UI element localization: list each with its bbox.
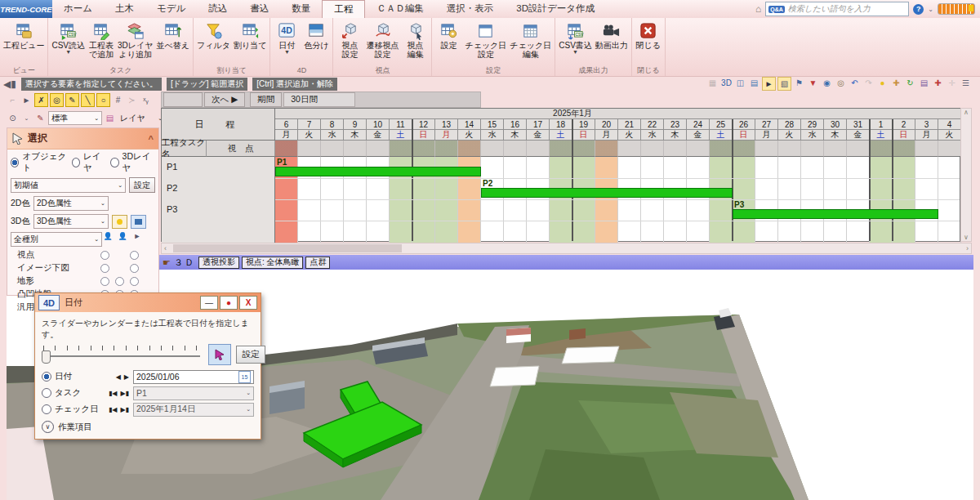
tab-読込[interactable]: 読込 xyxy=(197,0,238,18)
select-pen-icon[interactable]: ✎ xyxy=(65,93,79,107)
eyedropper-icon[interactable]: ✎ xyxy=(34,112,47,124)
dropdown-arrow-icon[interactable]: ▼ xyxy=(284,50,290,55)
ribbon-button-日付[interactable]: 4D日付▼ xyxy=(272,19,301,56)
toggle-dot[interactable] xyxy=(130,251,139,260)
clock-dropdown-icon[interactable]: ⌄ xyxy=(20,112,33,124)
view-badge-点群[interactable]: 点群 xyxy=(305,257,330,269)
lasso-select-icon[interactable]: ▧ xyxy=(777,77,791,91)
dropdown-arrow-icon[interactable]: ▼ xyxy=(572,50,578,55)
gantt-horizontal-scrollbar[interactable]: ‹ › xyxy=(161,243,972,254)
gantt-bar-P2[interactable] xyxy=(481,188,733,198)
toggle-dot[interactable] xyxy=(100,264,109,273)
undo-icon[interactable]: ↶ xyxy=(849,77,861,89)
grid-icon[interactable]: ▦ xyxy=(706,77,719,89)
style-preset-select[interactable]: 標準⌄ xyxy=(48,111,102,125)
selection-panel-header[interactable]: 選択 ^ xyxy=(7,128,158,150)
select-line-icon[interactable]: ╲ xyxy=(81,93,95,107)
tab-ＣＡＤ編集[interactable]: ＣＡＤ編集 xyxy=(365,0,435,18)
filter-icon[interactable]: ▼ xyxy=(807,77,819,89)
scroll-right-icon[interactable]: › xyxy=(966,243,969,253)
ribbon-button-設定[interactable]: 設定 xyxy=(434,19,463,51)
step-back-icon[interactable]: ⌐ xyxy=(7,94,19,106)
radio-レイヤ[interactable] xyxy=(72,158,80,167)
panel-list-item-視点[interactable]: 視点 xyxy=(7,248,158,261)
dropdown-arrow-icon[interactable]: ▼ xyxy=(65,50,71,55)
view-badge-透視投影[interactable]: 透視投影 xyxy=(198,257,239,269)
tab-書込[interactable]: 書込 xyxy=(238,0,280,18)
dialog-titlebar[interactable]: 4D 日付 — ● X xyxy=(35,293,261,312)
toggle-dot[interactable] xyxy=(100,251,109,260)
3d-view-bar[interactable]: ☛ ３Ｄ 透視投影視点: 全体鳥瞰点群 xyxy=(159,255,973,270)
speaker-icon[interactable]: ◀▮ xyxy=(3,78,16,90)
scroll-thumb[interactable] xyxy=(173,244,402,252)
app-logo-button[interactable]: TREND-CORE xyxy=(0,0,52,18)
slider-thumb[interactable] xyxy=(42,350,51,364)
layer-select[interactable]: レイヤ⌄ xyxy=(118,112,165,124)
color3d-select[interactable]: 3D色属性⌄ xyxy=(33,214,109,229)
zoom-icon[interactable]: ◎ xyxy=(835,77,847,89)
toggle-dot[interactable] xyxy=(130,277,139,286)
flag-icon[interactable]: ⚑ xyxy=(793,77,805,89)
task-radio[interactable] xyxy=(42,388,51,398)
ribbon-button-3Dレイヤより追加[interactable]: 3Dレイヤ より追加 xyxy=(116,19,155,60)
help-icon[interactable]: ? xyxy=(913,4,924,15)
refresh-icon[interactable]: ↻ xyxy=(904,77,916,89)
tab-数量[interactable]: 数量 xyxy=(280,0,322,18)
xy-icon[interactable]: ˣᵧ xyxy=(140,94,152,106)
ribbon-button-CSV書込[interactable]: CSVCSV書込▼ xyxy=(557,19,594,56)
task-nav[interactable]: ▮◀▶▮ xyxy=(108,390,130,397)
ribbon-button-並べ替え[interactable]: 並べ替え xyxy=(155,19,191,51)
list-icon[interactable]: ☰ xyxy=(960,77,972,89)
select-circle-icon[interactable]: ○ xyxy=(96,93,110,107)
record-icon[interactable]: ● xyxy=(220,296,238,310)
layers-icon[interactable]: ▤ xyxy=(918,77,930,89)
work-items-expander[interactable]: ∨ 作業項目 xyxy=(35,417,261,436)
ribbon-button-閉じる[interactable]: 閉じる xyxy=(634,19,663,51)
calendar-icon[interactable]: 15 xyxy=(238,371,251,383)
monitor-toggle-icon[interactable] xyxy=(131,215,146,229)
polyline-icon[interactable]: ≻ xyxy=(126,94,138,106)
ribbon-button-色分け[interactable]: 色分け xyxy=(301,19,331,51)
gantt-bar-P3[interactable] xyxy=(733,209,938,219)
date-slider[interactable] xyxy=(43,355,200,357)
select-x-icon[interactable]: ✗ xyxy=(34,93,48,107)
period-value[interactable]: 30日間 xyxy=(283,92,355,107)
ribbon-button-工程表で追加[interactable]: 工程表 で追加 xyxy=(87,19,116,60)
panel-list-item-イメージ下図[interactable]: イメージ下図 xyxy=(7,261,158,275)
view-badge-視点: 全体鳥瞰[interactable]: 視点: 全体鳥瞰 xyxy=(242,257,304,269)
tab-選択・表示[interactable]: 選択・表示 xyxy=(435,0,506,18)
grid-snap-icon[interactable]: # xyxy=(112,94,124,106)
gantt-bar-P1[interactable] xyxy=(275,167,481,176)
type-filter-select[interactable]: 全種別⌄ xyxy=(11,232,102,247)
gantt-chart[interactable]: 日 程 工程タスク名 視 点 2025年1月6月7火8水9木10金11土12日1… xyxy=(161,108,960,242)
panel-settings-button[interactable]: 設定 xyxy=(129,177,155,193)
split-vertical-icon[interactable]: ◫ xyxy=(734,77,746,89)
ribbon-button-割り当て[interactable]: 割り当て xyxy=(232,19,268,51)
pick-arrow-icon[interactable]: ► xyxy=(20,94,33,106)
radio-3Dレイヤ[interactable] xyxy=(110,158,118,167)
light-icon[interactable]: ● xyxy=(876,77,889,89)
ribbon-button-フィルタ[interactable]: フィルタ xyxy=(195,19,232,51)
prev-button[interactable] xyxy=(163,92,203,107)
tab-工程[interactable]: 工程 xyxy=(322,0,365,19)
radio-オブジェクト[interactable] xyxy=(11,158,19,167)
tab-土木[interactable]: 土木 xyxy=(104,0,145,18)
date-radio[interactable] xyxy=(42,372,51,382)
date-nav[interactable]: ◀▶ xyxy=(115,373,130,381)
panel-list-item-地形[interactable]: 地形 xyxy=(7,275,158,288)
checkdate-radio[interactable] xyxy=(42,404,51,414)
walk-icon[interactable]: ✚ xyxy=(890,77,902,89)
split-horizontal-icon[interactable]: ▤ xyxy=(748,77,760,89)
3d-view-icon[interactable]: 3D xyxy=(720,77,733,89)
minimize-icon[interactable]: — xyxy=(200,296,218,310)
toggle-dot[interactable] xyxy=(100,277,109,286)
home-icon[interactable]: ⌂ xyxy=(755,3,761,15)
redo-icon[interactable]: ↷ xyxy=(862,77,875,89)
ribbon-button-視点編集[interactable]: 視点 編集 xyxy=(400,19,430,60)
task-name-P1[interactable]: P1 xyxy=(167,162,177,172)
select-zoom-icon[interactable]: ◎ xyxy=(50,93,64,107)
color2d-select[interactable]: 2D色属性⌄ xyxy=(33,196,109,211)
toggle-dot[interactable] xyxy=(115,277,124,286)
date-field[interactable]: 2025/01/06 15 xyxy=(133,370,254,384)
ribbon-button-チェック日設定[interactable]: チェック日 設定 xyxy=(463,19,508,60)
